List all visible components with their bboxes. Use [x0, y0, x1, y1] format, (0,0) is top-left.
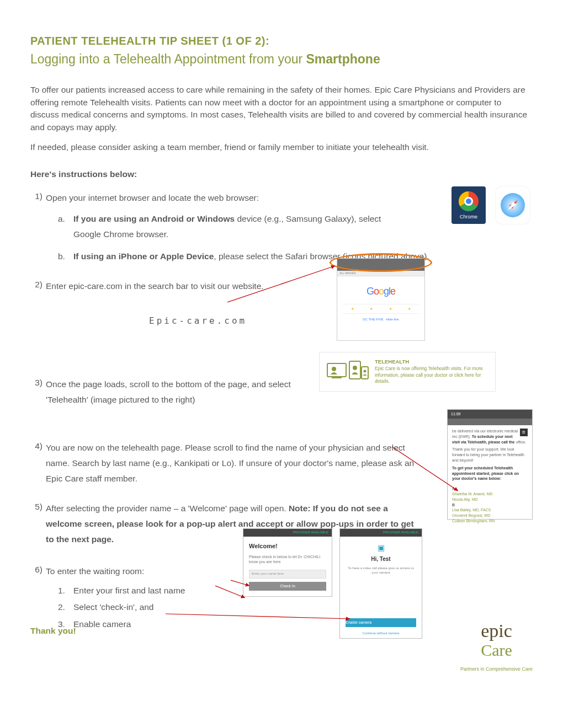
step-2-text: Enter epic-care.com in the search bar to…: [46, 281, 264, 291]
step-2-phone: ALL IMAGES Google ★★★★ DC THE FIVE · Hid…: [337, 258, 425, 341]
step-2-url-label: Epic-care.com: [149, 314, 247, 327]
step-6-2-text: Select 'check-in', and: [73, 602, 154, 612]
hamburger-icon: ≡: [520, 429, 528, 436]
step-6-2-num: 2.: [58, 601, 65, 613]
logo-tagline: Partners in Comprehensive Care: [460, 666, 533, 673]
s4-label-a: A: [452, 486, 528, 491]
s4-name-b0: Lisa Bailey, MD, FACS: [452, 507, 528, 513]
s6a-status: PROVIDER AVAILABLE: [243, 529, 332, 537]
s4-line3: Thank you for your support. We look forw…: [452, 447, 528, 463]
enable-camera-button: Enable camera: [346, 618, 416, 627]
chrome-icon: Chrome: [452, 186, 486, 224]
page-title: PATIENT TELEHEALTH TIP SHEET (1 OF 2):: [30, 33, 530, 49]
step-1b-letter: b.: [58, 249, 65, 264]
name-input: Enter your name here: [249, 570, 326, 579]
telehealth-banner: TELEHEALTH Epic Care is now offering Tel…: [319, 352, 496, 392]
step-4-time: 11:09: [451, 411, 461, 417]
s4-name-b2: Colleen Birmingham, RN: [452, 518, 528, 524]
welcome-subtext: Please check in below to let Dr. CHICHIL…: [249, 554, 326, 564]
step-6-welcome-screen: PROVIDER AVAILABLE Welcome! Please check…: [243, 528, 332, 597]
instructions-heading: Here's instructions below:: [30, 168, 530, 180]
s6b-status: PROVIDER AVAILABLE: [340, 529, 422, 537]
step-6-camera-screen: PROVIDER AVAILABLE ▣ Hi, Test To have a …: [339, 528, 422, 639]
logo-care: Care: [460, 638, 533, 662]
step-3-text: Once the page loads, scroll to the botto…: [46, 379, 291, 404]
step-5-number: 5): [30, 501, 43, 513]
step-6-2: 2.Select 'check-in', and: [73, 601, 530, 613]
step-6-number: 6): [30, 564, 43, 576]
telehealth-banner-icon: [326, 358, 369, 385]
step-2-figure: ALL IMAGES Google ★★★★ DC THE FIVE · Hid…: [337, 258, 431, 344]
svg-rect-6: [362, 367, 368, 379]
logo-epic: epic: [460, 623, 533, 638]
camera-subtext: To have a video call please give us acce…: [346, 566, 416, 575]
s4-name-a1: Nicola Ally, MD: [452, 497, 528, 502]
step-5-text-a: After selecting the provider name – a 'W…: [46, 504, 289, 513]
google-logo: Google: [343, 284, 419, 298]
step-4-number: 4): [30, 440, 43, 452]
telehealth-banner-text: TELEHEALTH Epic Care is now offering Tel…: [375, 358, 488, 384]
step-6-text: To enter the waiting room:: [46, 566, 144, 576]
svg-rect-2: [332, 377, 342, 378]
s4-name-b1: Giovanni Begossi, MD: [452, 513, 528, 518]
step-6-1-text: Enter your first and last name: [73, 586, 185, 595]
svg-rect-1: [327, 363, 346, 377]
intro-paragraph-1: To offer our patients increased access t…: [30, 84, 530, 133]
thank-you: Thank you!: [30, 625, 76, 637]
s4-line2a: (EMR).: [459, 435, 472, 438]
step-1-number: 1): [30, 190, 43, 202]
s4-name-a0: Shwetha M. Anand, MD: [452, 491, 528, 497]
step-2-number: 2): [30, 279, 43, 291]
step-1b-bold: If using an iPhone or Apple Device: [73, 251, 214, 261]
step-4-text: You are now on the telehealth page. Plea…: [46, 443, 414, 483]
step-6-3-text: Enable camera: [73, 619, 131, 629]
step-2: 2) Enter epic-care.com in the search bar…: [46, 279, 530, 294]
epic-care-logo: epic Care Partners in Comprehensive Care: [460, 623, 533, 673]
hi-heading: Hi, Test: [346, 555, 416, 564]
safari-icon: [496, 186, 530, 224]
continue-without-camera-link: Continue without camera: [340, 631, 422, 636]
step-1a-letter: a.: [58, 211, 65, 227]
step-1-text: Open your internet browser and locate th…: [46, 193, 259, 202]
camera-icon: ▣: [346, 542, 416, 553]
step-1b: b. If using an iPhone or Apple Device, p…: [73, 249, 530, 264]
s4-label-b: B: [452, 502, 528, 508]
chrome-label: Chrome: [460, 213, 477, 221]
check-in-button: Check In: [249, 582, 326, 591]
intro-paragraph-2: If needed, please consider asking a team…: [30, 141, 530, 153]
welcome-heading: Welcome!: [249, 542, 326, 551]
subtitle-plain: Logging into a Telehealth Appointment fr…: [30, 52, 306, 66]
s4-line4: To get your scheduled Telehealth appoint…: [452, 465, 528, 481]
step-3-number: 3): [30, 377, 43, 389]
subtitle-bold: Smartphone: [306, 52, 380, 66]
search-bar-highlight: [330, 253, 432, 272]
svg-point-5: [353, 366, 357, 370]
svg-point-3: [332, 367, 336, 371]
step-4-phone: 11:09 ≡ be delivered via our electronic …: [447, 409, 533, 520]
page-subtitle: Logging into a Telehealth Appointment fr…: [30, 50, 530, 68]
browser-icons: Chrome: [452, 186, 530, 224]
telehealth-banner-body: Epic Care is now offering Telehealth vis…: [375, 366, 488, 384]
step-6-1-num: 1.: [58, 585, 65, 597]
telehealth-banner-heading: TELEHEALTH: [375, 358, 488, 366]
s4-line2c: office.: [516, 440, 526, 444]
step-1a-bold: If you are using an Android or Windows: [73, 214, 235, 223]
svg-point-7: [364, 370, 367, 373]
